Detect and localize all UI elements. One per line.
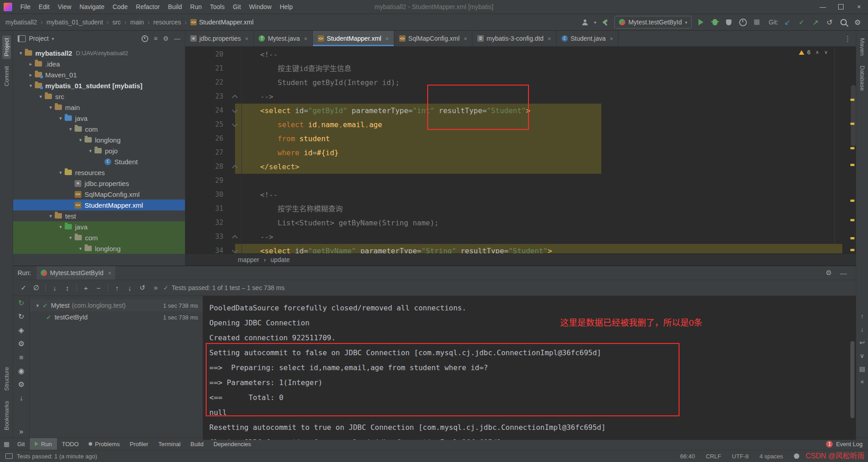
editor-tab-mytest-java[interactable]: TMytest.java× (254, 31, 312, 46)
tree-row-jdbc-properties[interactable]: ≡jdbc.properties (13, 178, 185, 189)
tree-row-com[interactable]: ▾com (13, 232, 185, 243)
tree-row-pojo[interactable]: ▾pojo (13, 145, 185, 156)
import-icon[interactable]: ↓ (19, 395, 23, 402)
highlighting-level-icon[interactable] (794, 453, 799, 459)
expand-all-icon[interactable]: + (80, 282, 92, 293)
run-configuration-select[interactable]: Mytest.testGetById ▾ (614, 16, 692, 29)
history-icon[interactable]: ↺ (825, 17, 835, 28)
tree-row-student[interactable]: CStudent (13, 156, 185, 167)
more-tabs-icon[interactable]: ⋮ (840, 31, 856, 46)
status-message[interactable]: Tests passed: 1 (a minute ago) (17, 453, 97, 460)
more-icon[interactable]: » (19, 428, 24, 435)
close-tab-icon[interactable]: × (385, 35, 389, 42)
tree-toggle-icon[interactable]: ▾ (47, 105, 55, 110)
tool-window-button-bookmarks[interactable]: Bookmarks (2, 398, 11, 433)
profiler-button[interactable] (738, 17, 748, 28)
menu-file[interactable]: File (16, 0, 35, 14)
tree-row-test[interactable]: ▾test (13, 210, 185, 221)
tree-row-mybatis-01-student-mybatis[interactable]: ▾mybatis_01_student [mybatis] (13, 80, 185, 91)
settings-icon[interactable]: ⚙ (18, 340, 24, 348)
toolbar-item-todo[interactable]: TODO (57, 438, 84, 450)
collapse-all-icon[interactable]: − (93, 282, 104, 293)
close-tab-icon[interactable]: × (464, 35, 467, 42)
commit-check-icon[interactable]: ✓ (797, 17, 807, 28)
previous-failed-icon[interactable]: ↑ (111, 282, 123, 293)
code-editor[interactable]: 20 <!--21 按主键id查询学生信息22 Student getById(… (185, 47, 856, 253)
menu-window[interactable]: Window (245, 0, 276, 14)
push-icon[interactable]: ↗ (811, 17, 821, 28)
chevron-down-icon[interactable]: ▾ (52, 36, 54, 41)
tree-row-main[interactable]: ▾main (13, 102, 185, 113)
update-project-icon[interactable]: ↙ (783, 17, 793, 28)
tree-row-java[interactable]: ▾java (13, 221, 185, 232)
toolbar-item-problems[interactable]: Problems (84, 438, 125, 450)
toolbar-item-terminal[interactable]: Terminal (153, 438, 185, 450)
menu-help[interactable]: Help (276, 0, 297, 14)
menu-run[interactable]: Run (186, 0, 206, 14)
warning-stripe-mark[interactable] (850, 147, 854, 149)
warning-stripe-mark[interactable] (850, 164, 854, 166)
tree-toggle-icon[interactable]: ▸ (27, 61, 35, 67)
breadcrumb-item-mybatis-01-student[interactable]: mybatis_01_student (47, 19, 103, 26)
tool-window-button-database[interactable]: Database (858, 63, 867, 94)
tree-row-resources[interactable]: ▾resources (13, 167, 185, 178)
test-history-icon[interactable]: ↺ (137, 282, 148, 293)
menu-code[interactable]: Code (108, 0, 132, 14)
warning-stripe-mark[interactable] (850, 249, 854, 251)
editor-tab-student-java[interactable]: CStudent.java× (557, 31, 618, 46)
close-tab-icon[interactable]: × (245, 35, 249, 42)
show-ignored-icon[interactable]: ∅ (30, 282, 42, 293)
console-scrollbar[interactable] (850, 341, 854, 418)
menu-view[interactable]: View (54, 0, 75, 14)
breadcrumb-item-studentmapper-xml[interactable]: <>StudentMapper.xml (190, 19, 254, 26)
tool-window-button-project[interactable]: Project (2, 35, 11, 59)
menu-refactor[interactable]: Refactor (132, 0, 164, 14)
caret-position[interactable]: 66:40 (680, 453, 695, 460)
fold-icon[interactable] (232, 121, 238, 127)
tree-toggle-icon[interactable]: ▾ (17, 50, 25, 56)
scroll-to-end-icon[interactable]: ∨ (860, 352, 864, 359)
breadcrumb-item-mybatisall2[interactable]: mybatisall2 (5, 19, 37, 26)
test-tree-row-testgetbyid[interactable]: ✓testGetById1 sec 738 ms (30, 311, 203, 323)
show-passed-icon[interactable]: ✓ (18, 282, 29, 293)
tree-toggle-icon[interactable]: ▾ (76, 137, 85, 143)
next-failed-icon[interactable]: ↓ (124, 282, 136, 293)
menu-tools[interactable]: Tools (206, 0, 229, 14)
tree-row-studentmapper-xml[interactable]: <>StudentMapper.xml (13, 200, 185, 210)
build-hammer-icon[interactable] (600, 17, 610, 28)
test-tree-row-mytest[interactable]: ▾✓Mytest(com.longlong.test)1 sec 738 ms (30, 300, 203, 311)
stop-button[interactable] (752, 17, 762, 28)
close-tab-icon[interactable]: × (304, 35, 307, 42)
tree-toggle-icon[interactable]: ▾ (76, 246, 85, 252)
breadcrumb-item-main[interactable]: main (130, 19, 144, 26)
tool-window-button-structure[interactable]: Structure (2, 364, 11, 394)
sort-alphabetically-icon[interactable]: ↓ (49, 282, 61, 293)
tree-toggle-icon[interactable]: ▾ (66, 235, 75, 241)
breadcrumb-item-resources[interactable]: resources (153, 19, 181, 26)
warning-stripe-mark[interactable] (850, 219, 854, 221)
tree-row-longlong[interactable]: ▾longlong (13, 134, 185, 145)
run-button[interactable] (696, 17, 706, 28)
tree-toggle-icon[interactable]: ▾ (37, 94, 45, 100)
line-separator[interactable]: CRLF (706, 453, 721, 460)
breadcrumb-update[interactable]: update (270, 256, 290, 263)
inspection-widget[interactable]: 6 ∧ ∨ (799, 49, 830, 56)
editor-tab-studentmapper-xml[interactable]: <>StudentMapper.xml× (313, 31, 394, 46)
stop-icon[interactable]: ■ (19, 354, 24, 361)
panel-settings-gear-icon[interactable]: ⚙ (163, 35, 169, 42)
warning-stripe-mark[interactable] (850, 200, 854, 202)
warning-stripe-mark[interactable] (850, 99, 854, 101)
more-icon[interactable]: » (154, 284, 158, 292)
rerun-icon[interactable]: ↻ (18, 300, 24, 307)
tool-window-button-maven[interactable]: Maven (858, 35, 867, 58)
toolbar-item-profiler[interactable]: Profiler (125, 438, 153, 450)
run-tab[interactable]: Mytest.testGetById × (37, 266, 116, 280)
editor-tab-mybatis-3-config-dtd[interactable]: Dmybatis-3-config.dtd× (472, 31, 557, 46)
breadcrumb-item-src[interactable]: src (113, 19, 121, 26)
console[interactable]: PooledDataSource forcefully closed/remov… (203, 296, 856, 440)
print-icon[interactable]: ▤ (859, 365, 865, 372)
gear-icon[interactable]: ⚙ (18, 381, 24, 388)
tree-toggle-icon[interactable]: ▾ (57, 170, 65, 176)
editor-tab-jdbc-properties[interactable]: ≡jdbc.properties× (185, 31, 254, 46)
menu-git[interactable]: Git (229, 0, 245, 14)
